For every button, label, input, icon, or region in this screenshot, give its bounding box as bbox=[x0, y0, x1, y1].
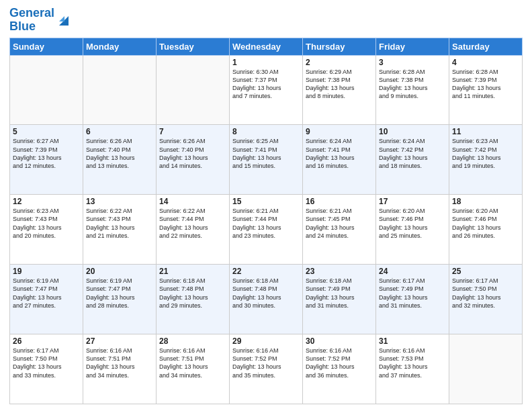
day-info: Sunrise: 6:24 AM Sunset: 7:41 PM Dayligh… bbox=[306, 137, 373, 170]
calendar-cell bbox=[10, 55, 83, 125]
day-number: 14 bbox=[159, 197, 226, 206]
calendar-cell: 25Sunrise: 6:17 AM Sunset: 7:50 PM Dayli… bbox=[449, 265, 523, 334]
day-number: 6 bbox=[86, 127, 153, 136]
day-number: 30 bbox=[306, 336, 373, 346]
day-number: 4 bbox=[452, 58, 519, 67]
day-info: Sunrise: 6:18 AM Sunset: 7:48 PM Dayligh… bbox=[159, 277, 226, 310]
day-number: 10 bbox=[379, 127, 446, 136]
day-info: Sunrise: 6:19 AM Sunset: 7:47 PM Dayligh… bbox=[86, 277, 153, 310]
calendar-cell: 31Sunrise: 6:16 AM Sunset: 7:53 PM Dayli… bbox=[376, 334, 449, 404]
day-number: 18 bbox=[452, 197, 519, 206]
calendar-cell: 24Sunrise: 6:17 AM Sunset: 7:49 PM Dayli… bbox=[376, 265, 449, 334]
calendar-header-sunday: Sunday bbox=[10, 38, 83, 55]
calendar-cell: 17Sunrise: 6:20 AM Sunset: 7:46 PM Dayli… bbox=[376, 195, 449, 265]
calendar-cell: 22Sunrise: 6:18 AM Sunset: 7:48 PM Dayli… bbox=[230, 265, 303, 334]
day-info: Sunrise: 6:16 AM Sunset: 7:53 PM Dayligh… bbox=[379, 347, 446, 379]
logo-icon bbox=[56, 12, 71, 27]
day-info: Sunrise: 6:27 AM Sunset: 7:39 PM Dayligh… bbox=[13, 137, 80, 170]
day-number: 2 bbox=[306, 58, 373, 67]
day-info: Sunrise: 6:26 AM Sunset: 7:40 PM Dayligh… bbox=[86, 137, 153, 170]
day-number: 3 bbox=[379, 58, 446, 67]
calendar-cell: 23Sunrise: 6:18 AM Sunset: 7:49 PM Dayli… bbox=[303, 265, 376, 334]
calendar-cell: 26Sunrise: 6:17 AM Sunset: 7:50 PM Dayli… bbox=[10, 334, 83, 404]
day-info: Sunrise: 6:21 AM Sunset: 7:44 PM Dayligh… bbox=[232, 207, 300, 240]
day-number: 19 bbox=[13, 267, 80, 276]
calendar-week-row: 26Sunrise: 6:17 AM Sunset: 7:50 PM Dayli… bbox=[10, 334, 523, 404]
calendar-cell: 16Sunrise: 6:21 AM Sunset: 7:45 PM Dayli… bbox=[303, 195, 376, 265]
calendar-cell: 12Sunrise: 6:23 AM Sunset: 7:43 PM Dayli… bbox=[10, 195, 83, 265]
calendar-cell: 29Sunrise: 6:16 AM Sunset: 7:52 PM Dayli… bbox=[230, 334, 303, 404]
day-info: Sunrise: 6:28 AM Sunset: 7:38 PM Dayligh… bbox=[379, 68, 446, 101]
calendar-cell: 21Sunrise: 6:18 AM Sunset: 7:48 PM Dayli… bbox=[157, 265, 230, 334]
day-info: Sunrise: 6:20 AM Sunset: 7:46 PM Dayligh… bbox=[379, 207, 446, 240]
day-number: 21 bbox=[159, 267, 226, 276]
day-info: Sunrise: 6:22 AM Sunset: 7:43 PM Dayligh… bbox=[86, 207, 153, 240]
calendar-week-row: 19Sunrise: 6:19 AM Sunset: 7:47 PM Dayli… bbox=[10, 265, 523, 334]
day-number: 26 bbox=[13, 336, 80, 346]
calendar-cell: 6Sunrise: 6:26 AM Sunset: 7:40 PM Daylig… bbox=[83, 125, 157, 195]
calendar-cell bbox=[449, 334, 523, 404]
page: GeneralBlue SundayMondayTuesdayWednesday… bbox=[0, 0, 532, 411]
day-info: Sunrise: 6:19 AM Sunset: 7:47 PM Dayligh… bbox=[13, 277, 80, 310]
day-info: Sunrise: 6:16 AM Sunset: 7:51 PM Dayligh… bbox=[86, 347, 153, 379]
calendar-header-wednesday: Wednesday bbox=[230, 38, 303, 55]
day-info: Sunrise: 6:26 AM Sunset: 7:40 PM Dayligh… bbox=[159, 137, 226, 170]
calendar-cell: 1Sunrise: 6:30 AM Sunset: 7:37 PM Daylig… bbox=[230, 55, 303, 125]
calendar-cell bbox=[83, 55, 157, 125]
day-info: Sunrise: 6:16 AM Sunset: 7:51 PM Dayligh… bbox=[159, 347, 226, 379]
day-info: Sunrise: 6:23 AM Sunset: 7:42 PM Dayligh… bbox=[452, 137, 519, 170]
calendar-cell: 9Sunrise: 6:24 AM Sunset: 7:41 PM Daylig… bbox=[303, 125, 376, 195]
logo-text: GeneralBlue bbox=[9, 7, 54, 34]
day-number: 13 bbox=[86, 197, 153, 206]
day-info: Sunrise: 6:17 AM Sunset: 7:50 PM Dayligh… bbox=[452, 277, 519, 310]
calendar-header-saturday: Saturday bbox=[449, 38, 523, 55]
calendar-cell: 15Sunrise: 6:21 AM Sunset: 7:44 PM Dayli… bbox=[230, 195, 303, 265]
day-number: 5 bbox=[13, 127, 80, 136]
calendar-header-monday: Monday bbox=[83, 38, 157, 55]
day-info: Sunrise: 6:20 AM Sunset: 7:46 PM Dayligh… bbox=[452, 207, 519, 240]
calendar-cell: 28Sunrise: 6:16 AM Sunset: 7:51 PM Dayli… bbox=[157, 334, 230, 404]
day-number: 24 bbox=[379, 267, 446, 276]
logo: GeneralBlue bbox=[9, 7, 71, 34]
day-info: Sunrise: 6:23 AM Sunset: 7:43 PM Dayligh… bbox=[13, 207, 80, 240]
day-number: 15 bbox=[232, 197, 300, 206]
day-info: Sunrise: 6:16 AM Sunset: 7:52 PM Dayligh… bbox=[306, 347, 373, 379]
day-number: 17 bbox=[379, 197, 446, 206]
calendar-table: SundayMondayTuesdayWednesdayThursdayFrid… bbox=[9, 38, 523, 404]
day-number: 27 bbox=[86, 336, 153, 346]
svg-marker-1 bbox=[59, 16, 64, 21]
header: GeneralBlue bbox=[9, 7, 523, 34]
calendar-cell: 27Sunrise: 6:16 AM Sunset: 7:51 PM Dayli… bbox=[83, 334, 157, 404]
calendar-cell: 19Sunrise: 6:19 AM Sunset: 7:47 PM Dayli… bbox=[10, 265, 83, 334]
calendar-cell: 20Sunrise: 6:19 AM Sunset: 7:47 PM Dayli… bbox=[83, 265, 157, 334]
calendar-cell: 30Sunrise: 6:16 AM Sunset: 7:52 PM Dayli… bbox=[303, 334, 376, 404]
calendar-cell: 18Sunrise: 6:20 AM Sunset: 7:46 PM Dayli… bbox=[449, 195, 523, 265]
calendar-header-row: SundayMondayTuesdayWednesdayThursdayFrid… bbox=[10, 38, 523, 55]
day-info: Sunrise: 6:16 AM Sunset: 7:52 PM Dayligh… bbox=[232, 347, 300, 379]
calendar-week-row: 1Sunrise: 6:30 AM Sunset: 7:37 PM Daylig… bbox=[10, 55, 523, 125]
day-info: Sunrise: 6:22 AM Sunset: 7:44 PM Dayligh… bbox=[159, 207, 226, 240]
day-number: 12 bbox=[13, 197, 80, 206]
calendar-cell bbox=[157, 55, 230, 125]
day-number: 8 bbox=[232, 127, 300, 136]
day-number: 9 bbox=[306, 127, 373, 136]
calendar-cell: 7Sunrise: 6:26 AM Sunset: 7:40 PM Daylig… bbox=[157, 125, 230, 195]
day-info: Sunrise: 6:24 AM Sunset: 7:42 PM Dayligh… bbox=[379, 137, 446, 170]
calendar-header-friday: Friday bbox=[376, 38, 449, 55]
day-number: 7 bbox=[159, 127, 226, 136]
day-info: Sunrise: 6:18 AM Sunset: 7:48 PM Dayligh… bbox=[232, 277, 300, 310]
day-info: Sunrise: 6:18 AM Sunset: 7:49 PM Dayligh… bbox=[306, 277, 373, 310]
day-number: 16 bbox=[306, 197, 373, 206]
calendar-cell: 14Sunrise: 6:22 AM Sunset: 7:44 PM Dayli… bbox=[157, 195, 230, 265]
day-number: 20 bbox=[86, 267, 153, 276]
calendar-cell: 3Sunrise: 6:28 AM Sunset: 7:38 PM Daylig… bbox=[376, 55, 449, 125]
calendar-cell: 11Sunrise: 6:23 AM Sunset: 7:42 PM Dayli… bbox=[449, 125, 523, 195]
day-info: Sunrise: 6:17 AM Sunset: 7:50 PM Dayligh… bbox=[13, 347, 80, 379]
day-number: 28 bbox=[159, 336, 226, 346]
calendar-cell: 13Sunrise: 6:22 AM Sunset: 7:43 PM Dayli… bbox=[83, 195, 157, 265]
day-info: Sunrise: 6:29 AM Sunset: 7:38 PM Dayligh… bbox=[306, 68, 373, 101]
day-number: 1 bbox=[232, 58, 300, 67]
calendar-cell: 4Sunrise: 6:28 AM Sunset: 7:39 PM Daylig… bbox=[449, 55, 523, 125]
day-info: Sunrise: 6:25 AM Sunset: 7:41 PM Dayligh… bbox=[232, 137, 300, 170]
day-number: 31 bbox=[379, 336, 446, 346]
